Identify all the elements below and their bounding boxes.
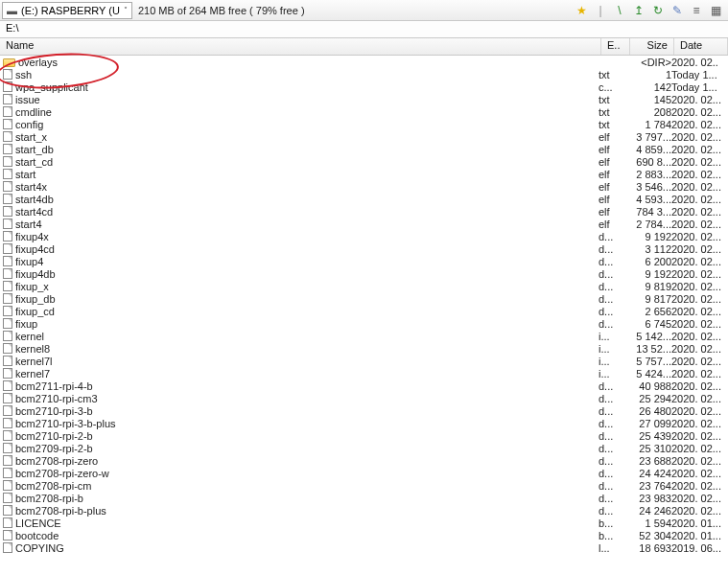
file-date: 2020. 02... <box>671 169 725 180</box>
file-date: 2020. 02... <box>671 256 725 267</box>
file-name: bootcode <box>15 530 599 541</box>
list-item[interactable]: LICENCEb...1 5942020. 01... <box>0 517 728 529</box>
file-size: 2 784... <box>627 218 671 230</box>
list-item[interactable]: kerneli...5 142...2020. 02... <box>0 330 728 342</box>
file-size: 23 688 <box>627 455 671 467</box>
list-item[interactable]: wpa_supplicantc...142Today 1... <box>0 80 728 93</box>
file-icon <box>3 256 12 266</box>
list-item[interactable]: fixup4dbd...9 1922020. 02... <box>0 267 728 280</box>
file-icon <box>3 231 12 242</box>
file-date: 2020. 02... <box>671 268 725 280</box>
list-item[interactable]: start4xelf3 546...2020. 02... <box>0 180 728 193</box>
toolbar: ▬ (E:) RASPBERRY (U ˅ 210 MB of 264 MB f… <box>0 0 728 21</box>
file-list[interactable]: overlays<DIR>2020. 02..sshtxt1Today 1...… <box>0 56 728 575</box>
file-icon <box>3 356 12 366</box>
refresh-icon[interactable]: ↻ <box>650 3 666 18</box>
edit-icon[interactable]: ✎ <box>669 3 685 18</box>
file-date: 2020. 02... <box>671 430 725 442</box>
list-view-icon[interactable]: ≡ <box>689 3 704 18</box>
list-item[interactable]: fixup_xd...9 8192020. 02... <box>0 280 728 292</box>
file-date: 2020. 02... <box>671 468 725 479</box>
file-icon <box>3 443 12 453</box>
file-ext: i... <box>599 331 627 342</box>
file-ext: txt <box>599 106 627 118</box>
header-size[interactable]: Size <box>630 38 674 55</box>
file-ext: elf <box>599 144 627 155</box>
list-item[interactable]: bcm2710-rpi-3-bd...26 4802020. 02... <box>0 404 728 417</box>
file-name: bcm2710-rpi-2-b <box>15 430 599 442</box>
file-icon <box>3 405 12 416</box>
list-item[interactable]: configtxt1 7842020. 02... <box>0 118 728 130</box>
list-item[interactable]: issuetxt1452020. 02... <box>0 93 728 105</box>
file-icon <box>3 331 12 341</box>
header-ext[interactable]: E.. <box>601 38 630 55</box>
header-name[interactable]: Name <box>0 38 601 55</box>
file-size: 24 246 <box>627 505 671 517</box>
list-item[interactable]: kernel8i...13 52...2020. 02... <box>0 342 728 355</box>
list-item[interactable]: COPYINGl...18 6932019. 06... <box>0 541 728 554</box>
list-item[interactable]: bcm2708-rpi-zero-wd...24 4242020. 02... <box>0 467 728 479</box>
list-item[interactable]: start_cdelf690 8...2020. 02... <box>0 155 728 168</box>
list-item[interactable]: bcm2710-rpi-cm3d...25 2942020. 02... <box>0 392 728 404</box>
list-item[interactable]: bootcodeb...52 3042020. 01... <box>0 529 728 541</box>
file-name: fixup4db <box>15 268 599 280</box>
file-size: 2 656 <box>627 306 671 317</box>
file-size: 5 142... <box>627 331 671 342</box>
file-icon <box>3 281 12 291</box>
file-size: 3 546... <box>627 181 671 193</box>
file-date: 2020. 02... <box>671 231 725 242</box>
file-size: 3 112 <box>627 243 671 255</box>
up-dir-icon[interactable]: ↥ <box>631 3 646 18</box>
favorite-icon[interactable]: ★ <box>574 3 589 18</box>
list-item[interactable]: bcm2709-rpi-2-bd...25 3102020. 02... <box>0 442 728 454</box>
chevron-down-icon: ˅ <box>124 6 128 14</box>
file-name: fixup4 <box>15 256 599 267</box>
list-item[interactable]: fixup4cdd...3 1122020. 02... <box>0 242 728 255</box>
file-date: 2020. 02... <box>671 455 725 467</box>
file-name: bcm2710-rpi-3-b-plus <box>15 418 599 429</box>
list-item[interactable]: kernel7i...5 424...2020. 02... <box>0 367 728 380</box>
list-item[interactable]: bcm2708-rpi-b-plusd...24 2462020. 02... <box>0 504 728 517</box>
file-name: bcm2708-rpi-b <box>15 493 599 504</box>
drive-selector[interactable]: ▬ (E:) RASPBERRY (U ˅ <box>2 2 132 19</box>
file-size: 18 693 <box>627 542 671 554</box>
list-item[interactable]: bcm2708-rpi-bd...23 9832020. 02... <box>0 492 728 504</box>
list-item[interactable]: start4elf2 784...2020. 02... <box>0 218 728 230</box>
list-item[interactable]: fixup_dbd...9 8172020. 02... <box>0 292 728 305</box>
file-name: start4db <box>15 194 599 205</box>
file-date: 2020. 02... <box>671 206 725 218</box>
list-item[interactable]: overlays<DIR>2020. 02.. <box>0 56 728 68</box>
list-item[interactable]: bcm2710-rpi-3-b-plusd...27 0992020. 02..… <box>0 417 728 429</box>
list-item[interactable]: start4dbelf4 593...2020. 02... <box>0 193 728 205</box>
file-ext: c... <box>599 81 627 93</box>
list-item[interactable]: fixup4xd...9 1922020. 02... <box>0 230 728 242</box>
file-name: COPYING <box>15 542 599 554</box>
header-date[interactable]: Date <box>674 38 728 55</box>
path-bar[interactable]: E:\ <box>0 21 728 38</box>
list-item[interactable]: cmdlinetxt2082020. 02... <box>0 105 728 118</box>
list-item[interactable]: bcm2710-rpi-2-bd...25 4392020. 02... <box>0 429 728 442</box>
current-path: E:\ <box>6 22 18 34</box>
list-item[interactable]: fixup4d...6 2002020. 02... <box>0 255 728 267</box>
list-item[interactable]: fixupd...6 7452020. 02... <box>0 317 728 330</box>
list-item[interactable]: sshtxt1Today 1... <box>0 68 728 80</box>
list-item[interactable]: startelf2 883...2020. 02... <box>0 168 728 180</box>
file-ext: l... <box>599 542 627 554</box>
root-icon[interactable]: \ <box>612 3 627 18</box>
file-icon <box>3 430 12 441</box>
list-item[interactable]: start_xelf3 797...2020. 02... <box>0 130 728 143</box>
file-ext: d... <box>599 493 627 504</box>
list-item[interactable]: bcm2711-rpi-4-bd...40 9882020. 02... <box>0 380 728 392</box>
grid-view-icon[interactable]: ▦ <box>708 3 723 18</box>
list-item[interactable]: kernel7li...5 757...2020. 02... <box>0 355 728 367</box>
list-item[interactable]: fixup_cdd...2 6562020. 02... <box>0 305 728 317</box>
file-name: bcm2710-rpi-3-b <box>15 405 599 417</box>
file-icon <box>3 505 12 516</box>
file-icon <box>3 480 12 491</box>
list-item[interactable]: bcm2708-rpi-zerod...23 6882020. 02... <box>0 454 728 467</box>
file-size: 25 310 <box>627 443 671 454</box>
list-item[interactable]: bcm2708-rpi-cmd...23 7642020. 02... <box>0 479 728 492</box>
list-item[interactable]: start4cdelf784 3...2020. 02... <box>0 205 728 218</box>
list-item[interactable]: start_dbelf4 859...2020. 02... <box>0 143 728 155</box>
file-icon <box>3 468 12 478</box>
